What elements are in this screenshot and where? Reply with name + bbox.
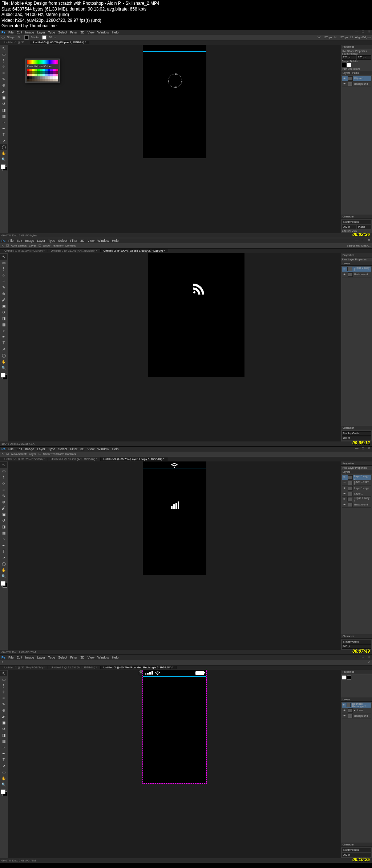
- blur-tool[interactable]: ○: [0, 120, 7, 125]
- commit-icon[interactable]: ✓: [368, 661, 371, 664]
- close-icon[interactable]: ✕: [368, 30, 371, 33]
- menu-view[interactable]: View: [88, 31, 94, 34]
- crop-tool[interactable]: ⌗: [0, 70, 7, 76]
- stroke-swatch[interactable]: [42, 35, 46, 40]
- swatch-grid[interactable]: [27, 69, 58, 81]
- props-title: Live Shape Properties: [342, 50, 371, 52]
- canvas[interactable]: [8, 253, 341, 441]
- toolbar: ↖ ▭ ⟆ ⊹ ⌗ ✎ ⊕ 🖌 ▣ ↺ ◨ ▦ ○ ✒ T ↗ ◯ ✋ 🔍: [0, 45, 8, 233]
- lang[interactable]: English: USA: [342, 229, 357, 232]
- pen-tool[interactable]: ✒: [0, 126, 7, 132]
- path-ops-label: Path Operations: [342, 68, 371, 70]
- show-transform[interactable]: Show Transform Controls: [43, 244, 76, 247]
- swatches-popup[interactable]: Recently Used Colors: [25, 59, 60, 83]
- char-tab[interactable]: Character: [343, 215, 354, 218]
- w-val[interactable]: 175 px: [323, 36, 332, 39]
- lasso-tool[interactable]: ⟆: [0, 58, 7, 64]
- menu-3d[interactable]: 3D: [80, 31, 85, 34]
- meta-video: Video: h264, yuv420p, 1280x720, 29.97 fp…: [1, 18, 371, 24]
- select-mask-btn[interactable]: Select and Mask...: [347, 244, 371, 247]
- shape-details-label: Shape Details: [342, 60, 371, 63]
- prop-h[interactable]: [357, 55, 372, 60]
- path-tool[interactable]: ↗: [0, 138, 7, 144]
- layer-row[interactable]: 👁Background: [342, 81, 371, 87]
- menu-layer[interactable]: Layer: [37, 31, 45, 34]
- wand-tool[interactable]: ⊹: [0, 64, 7, 70]
- tab-1[interactable]: Untitled-1 @ 31...: [1, 41, 30, 44]
- font-family[interactable]: [342, 220, 371, 224]
- font-size[interactable]: [342, 225, 356, 229]
- props-tab[interactable]: Properties: [343, 45, 354, 48]
- menu-help[interactable]: Help: [112, 31, 119, 34]
- fg-bg-colors[interactable]: [1, 164, 7, 171]
- menubar: Ps File Edit Image Layer Type Select Fil…: [0, 30, 372, 35]
- move-tool[interactable]: ↖: [0, 45, 7, 51]
- layer-row[interactable]: 👁Ellipse 1: [342, 76, 371, 81]
- menu-type[interactable]: Type: [48, 31, 56, 34]
- menu-window[interactable]: Window: [97, 31, 109, 34]
- stroke-width[interactable]: 30 px: [49, 36, 56, 39]
- menu-edit[interactable]: Edit: [17, 31, 23, 34]
- heal-tool[interactable]: ⊕: [0, 83, 7, 88]
- shape-stroke[interactable]: [347, 63, 351, 67]
- marquee-tool[interactable]: ▭: [0, 52, 7, 57]
- prop-w[interactable]: [342, 55, 356, 60]
- fill-swatch[interactable]: [24, 35, 29, 40]
- statusbar: 66.67% Doc: 2.08M/0 bytes: [0, 233, 372, 238]
- opt-shape[interactable]: Shape: [7, 36, 15, 39]
- layer-row[interactable]: 👁Ellipse 1 copy 2: [342, 267, 371, 272]
- channels-tab[interactable]: Paths: [352, 72, 359, 74]
- move-tool-icon[interactable]: ↖: [1, 244, 4, 247]
- shape-tool[interactable]: ◯: [0, 144, 7, 150]
- zoom-tool[interactable]: 🔍: [0, 157, 7, 163]
- move-tool[interactable]: ↖: [0, 254, 7, 260]
- menu-image[interactable]: Image: [25, 31, 34, 34]
- layers-tab[interactable]: Layers: [343, 72, 350, 74]
- rss-icon: [191, 281, 204, 295]
- max-icon[interactable]: □: [362, 30, 364, 33]
- panels: Properties Live Shape Properties Boundin…: [341, 45, 372, 233]
- opt-stroke-label: Stroke:: [31, 36, 40, 39]
- frame-1: Ps File Edit Image Layer Type Select Fil…: [0, 30, 372, 238]
- min-icon[interactable]: —: [355, 30, 359, 33]
- meta-size: Size: 64307544 bytes (61.33 MiB), durati…: [1, 7, 371, 12]
- swatch-strip[interactable]: [27, 60, 58, 64]
- eyedropper-tool[interactable]: ✎: [0, 76, 7, 82]
- gradient-tool[interactable]: ▦: [0, 113, 7, 119]
- menu-file[interactable]: File: [8, 239, 14, 243]
- ellipse-shape[interactable]: [168, 74, 182, 88]
- eye-icon[interactable]: 👁: [343, 77, 346, 80]
- menu-filter[interactable]: Filter: [70, 31, 77, 34]
- ps-logo: Ps: [1, 31, 5, 34]
- leading[interactable]: [357, 225, 372, 229]
- props-title: Pixel Layer Properties: [342, 258, 371, 261]
- shape-tool-icon[interactable]: ◯: [1, 36, 5, 39]
- shape-fill[interactable]: [342, 63, 346, 67]
- optionsbar: ◯ Shape Fill: Stroke: 30 px W: 175 px H:…: [0, 35, 372, 40]
- h-val[interactable]: 175 px: [339, 36, 348, 39]
- frame-2: Ps FileEditImageLayerTypeSelectFilter3DV…: [0, 238, 372, 447]
- stamp-tool[interactable]: ▣: [0, 95, 7, 101]
- canvas[interactable]: [8, 461, 341, 650]
- tabbar: Untitled-1 @ 31... Untitled-3 @ 66.7% (E…: [0, 40, 372, 45]
- eraser-tool[interactable]: ◨: [0, 107, 7, 113]
- auto-select-target[interactable]: Layer: [29, 244, 36, 247]
- timestamp: 00:02:36: [352, 232, 370, 237]
- hand-tool[interactable]: ✋: [0, 151, 7, 156]
- align-edges[interactable]: Align Edges: [355, 36, 371, 39]
- menu-select[interactable]: Select: [58, 31, 67, 34]
- canvas[interactable]: Recently Used Colors: [8, 45, 341, 233]
- h-label: H:: [334, 36, 337, 39]
- history-tool[interactable]: ↺: [0, 101, 7, 107]
- type-tool[interactable]: T: [0, 132, 7, 138]
- eye-icon[interactable]: 👁: [343, 83, 346, 85]
- canvas[interactable]: X: 3,267 in Y: 1.000 in: [8, 670, 341, 858]
- layer-row[interactable]: 👁Background: [342, 272, 371, 277]
- tab-2[interactable]: Untitled-3 @ 66.7% (Ellipse 1, RGB/8#) *: [30, 41, 89, 44]
- layers-panel[interactable]: 👁Ellipse 1 👁Background: [341, 75, 372, 215]
- battery-icon: [195, 671, 204, 675]
- auto-select[interactable]: Auto-Select:: [11, 244, 27, 247]
- menu-file[interactable]: File: [8, 31, 14, 34]
- frame-4: Ps FileEditImageLayerTypeSelectFilter3DV…: [0, 655, 372, 863]
- brush-tool[interactable]: 🖌: [0, 89, 7, 95]
